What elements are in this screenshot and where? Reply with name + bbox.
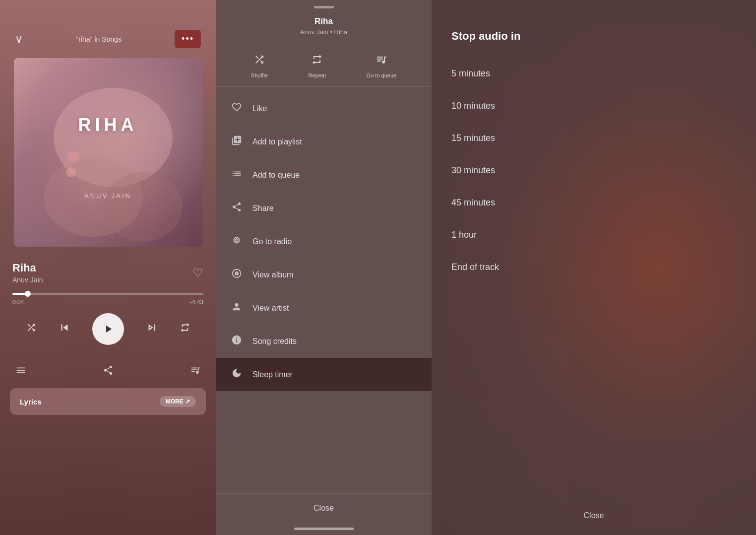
repeat-icon (311, 54, 323, 68)
share-button[interactable] (103, 365, 114, 378)
playback-controls (10, 313, 206, 345)
share-label: Share (252, 204, 274, 213)
sleep-options-list: 5 minutes 10 minutes 15 minutes 30 minut… (432, 58, 756, 496)
next-button[interactable] (145, 321, 158, 337)
sleep-panel-content: Stop audio in 5 minutes 10 minutes 15 mi… (432, 0, 756, 535)
menu-items-list: Like Add to playlist Add to queue (216, 92, 432, 493)
play-pause-button[interactable] (92, 313, 124, 345)
song-title: Riha (12, 262, 43, 274)
menu-item-add-queue[interactable]: Add to queue (216, 158, 432, 192)
queue-button[interactable] (190, 365, 201, 378)
go-to-radio-label: Go to radio (252, 237, 292, 246)
remaining-time: -4:43 (190, 299, 203, 306)
add-playlist-icon (231, 135, 243, 148)
moon-icon (231, 368, 243, 381)
bottom-indicator (294, 528, 354, 530)
menu-song-subtitle: Anuv Jain • Riha (300, 28, 348, 36)
progress-dot (25, 291, 31, 297)
queue-label: Go to queue (367, 72, 397, 78)
repeat-label: Repeat (309, 72, 326, 78)
progress-container: 0:04 -4:43 (10, 293, 206, 306)
shuffle-action[interactable]: Shuffle (251, 54, 268, 78)
context-menu-panel: Riha Anuv Jain • Riha Shuffle Repeat (216, 0, 432, 535)
album-art: RIHA ANUV JAIN (14, 58, 202, 247)
sleep-timer-label: Sleep timer (252, 370, 293, 379)
shuffle-button[interactable] (26, 322, 37, 336)
add-queue-icon (231, 168, 243, 182)
menu-close-button[interactable]: Close (216, 493, 432, 523)
current-time: 0:04 (12, 299, 24, 306)
more-tag[interactable]: MORE ↗ (160, 396, 196, 407)
sleep-title: Stop audio in (432, 0, 756, 58)
album-artist-overlay: ANUV JAIN (84, 192, 131, 200)
menu-item-go-to-radio[interactable]: Go to radio (216, 225, 432, 258)
svg-point-2 (103, 172, 183, 242)
add-playlist-label: Add to playlist (252, 137, 302, 146)
sleep-timer-panel: Stop audio in 5 minutes 10 minutes 15 mi… (432, 0, 756, 535)
menu-top-actions: Shuffle Repeat Go to queue (216, 46, 432, 87)
menu-item-song-credits[interactable]: Song credits (216, 325, 432, 358)
lyrics-label: Lyrics (20, 398, 42, 406)
repeat-button[interactable] (180, 322, 190, 336)
queue-icon (376, 54, 387, 68)
lyrics-bar[interactable]: Lyrics MORE ↗ (10, 388, 206, 415)
previous-button[interactable] (58, 321, 71, 337)
song-artist-name: Anuv Jain (12, 276, 43, 284)
sleep-option-45min[interactable]: 45 minutes (451, 187, 736, 219)
sleep-option-15min[interactable]: 15 minutes (451, 122, 736, 154)
sleep-option-10min[interactable]: 10 minutes (451, 90, 736, 122)
shuffle-label: Shuffle (251, 72, 268, 78)
menu-item-share[interactable]: Share (216, 192, 432, 225)
menu-item-view-album[interactable]: View album (216, 258, 432, 291)
song-credits-icon (231, 334, 243, 348)
progress-bar-fill (12, 293, 28, 295)
bottom-controls (10, 365, 206, 378)
like-button[interactable]: ♡ (192, 266, 203, 280)
menu-item-add-playlist[interactable]: Add to playlist (216, 125, 432, 158)
progress-bar-track[interactable] (12, 293, 203, 295)
sleep-option-5min[interactable]: 5 minutes (451, 58, 736, 90)
add-queue-label: Add to queue (252, 171, 300, 180)
menu-item-view-artist[interactable]: View artist (216, 291, 432, 325)
album-title-overlay: RIHA (78, 115, 138, 135)
go-to-queue-action[interactable]: Go to queue (367, 54, 397, 78)
menu-song-title: Riha (315, 16, 333, 26)
more-options-button[interactable]: ••• (175, 30, 201, 48)
view-artist-icon (231, 301, 243, 315)
music-player-panel: ∨ "riha" in Songs ••• RIHA ANUV JAIN Rih… (0, 0, 216, 535)
time-labels: 0:04 -4:43 (12, 299, 203, 306)
view-album-label: View album (252, 270, 293, 279)
album-art-decoration (14, 58, 202, 247)
sleep-option-end-of-track[interactable]: End of track (451, 251, 736, 283)
connect-device-button[interactable] (15, 365, 26, 378)
chevron-down-icon[interactable]: ∨ (15, 33, 23, 46)
radio-icon (231, 235, 243, 248)
sleep-close-button[interactable]: Close (432, 496, 756, 535)
svg-point-5 (66, 167, 76, 177)
menu-item-like[interactable]: Like (216, 92, 432, 125)
like-label: Like (252, 104, 267, 113)
sleep-option-1hour[interactable]: 1 hour (451, 219, 736, 251)
player-context-title: "riha" in Songs (76, 35, 122, 43)
album-art-inner: RIHA ANUV JAIN (14, 58, 202, 247)
repeat-action[interactable]: Repeat (309, 54, 326, 78)
share-icon (231, 201, 243, 215)
drag-handle (314, 6, 334, 8)
heart-icon (231, 102, 243, 115)
sleep-option-30min[interactable]: 30 minutes (451, 154, 736, 187)
view-album-icon (231, 268, 243, 281)
song-details: Riha Anuv Jain (12, 262, 43, 284)
menu-item-sleep-timer[interactable]: Sleep timer (216, 358, 432, 391)
song-credits-label: Song credits (252, 337, 297, 346)
song-info: Riha Anuv Jain ♡ (10, 262, 206, 284)
view-artist-label: View artist (252, 304, 289, 313)
player-header: ∨ "riha" in Songs ••• (10, 0, 206, 58)
shuffle-icon (253, 54, 265, 68)
